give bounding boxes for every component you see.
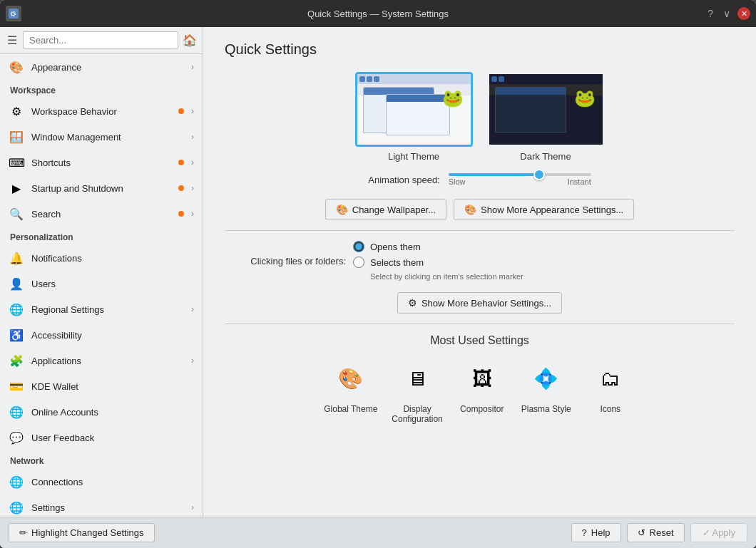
highlight-changed-btn[interactable]: ✏ Highlight Changed Settings bbox=[9, 523, 155, 542]
show-appearance-btn[interactable]: 🎨 Show More Appearance Settings... bbox=[454, 199, 634, 220]
sidebar-item-applications[interactable]: 🧩 Applications › bbox=[0, 348, 203, 373]
opens-them-radio[interactable] bbox=[353, 241, 364, 252]
appearance-label: Appearance bbox=[31, 62, 184, 73]
sidebar-item-appearance[interactable]: 🎨 Appearance › bbox=[0, 54, 203, 80]
most-used-section: Most Used Settings 🎨 Global Theme 🖥 Disp… bbox=[225, 334, 735, 424]
theme-options: 🐸 Light Theme bbox=[355, 72, 605, 162]
dark-theme-preview[interactable]: 🐸 bbox=[487, 72, 605, 147]
most-used-plasma-style[interactable]: 💠 Plasma Style bbox=[521, 358, 571, 424]
display-config-icon: 🖥 bbox=[397, 358, 437, 398]
sidebar-item-accessibility[interactable]: ♿ Accessibility bbox=[0, 322, 203, 348]
most-used-icons[interactable]: 🗂 Icons bbox=[586, 358, 635, 424]
show-behavior-label: Show More Behavior Settings... bbox=[422, 298, 551, 309]
selects-them-radio[interactable] bbox=[353, 257, 364, 268]
sidebar-item-workspace-behavior[interactable]: ⚙ Workspace Behavior › bbox=[0, 98, 203, 124]
sidebar-item-search[interactable]: 🔍 Search › bbox=[0, 201, 203, 227]
most-used-global-theme[interactable]: 🎨 Global Theme bbox=[324, 358, 377, 424]
help-btn[interactable]: ? Help bbox=[571, 523, 621, 542]
main-window: ⚙ Quick Settings — System Settings ? ∨ ✕… bbox=[0, 0, 756, 548]
selects-them-option[interactable]: Selects them bbox=[353, 257, 523, 268]
separator2 bbox=[225, 324, 735, 324]
titlebar: ⚙ Quick Settings — System Settings ? ∨ ✕ bbox=[0, 0, 756, 27]
sidebar-item-online-accounts[interactable]: 🌐 Online Accounts bbox=[0, 399, 203, 425]
reset-btn[interactable]: ↺ Reset bbox=[627, 523, 685, 542]
light-preview-inner: 🐸 bbox=[357, 74, 471, 145]
light-theme-preview[interactable]: 🐸 bbox=[355, 72, 473, 147]
sidebar-item-kdewallet[interactable]: 💳 KDE Wallet bbox=[0, 373, 203, 399]
most-used-display-config[interactable]: 🖥 DisplayConfiguration bbox=[392, 358, 442, 424]
window-management-arrow: › bbox=[191, 132, 194, 142]
help-icon: ? bbox=[582, 527, 587, 538]
sidebar-item-connections[interactable]: 🌐 Connections bbox=[0, 469, 203, 495]
online-accounts-label: Online Accounts bbox=[31, 407, 194, 418]
dp-task-dot2 bbox=[499, 76, 504, 82]
apply-label: Apply bbox=[712, 527, 735, 538]
lp-window2-titlebar bbox=[387, 95, 449, 102]
home-btn[interactable]: 🏠 bbox=[183, 33, 197, 47]
appearance-arrow: › bbox=[191, 62, 194, 72]
workspace-behavior-dot bbox=[178, 108, 184, 114]
sidebar-item-shortcuts[interactable]: ⌨ Shortcuts › bbox=[0, 150, 203, 175]
radio-group: Opens them Selects them Select by clicki… bbox=[353, 241, 523, 281]
help-titlebar-btn[interactable]: ? bbox=[705, 6, 716, 21]
sidebar-item-network-settings[interactable]: 🌐 Settings › bbox=[0, 495, 203, 517]
sidebar-scroll: 🎨 Appearance › Workspace ⚙ Workspace Beh… bbox=[0, 54, 203, 517]
titlebar-controls: ? ∨ ✕ bbox=[705, 6, 750, 21]
search-arrow: › bbox=[191, 209, 194, 219]
most-used-grid: 🎨 Global Theme 🖥 DisplayConfiguration 🖼 … bbox=[225, 358, 735, 424]
opens-them-option[interactable]: Opens them bbox=[353, 241, 523, 252]
dp-frog: 🐸 bbox=[574, 88, 596, 108]
sidebar-item-regional[interactable]: 🌐 Regional Settings › bbox=[0, 296, 203, 322]
dp-window-titlebar bbox=[496, 88, 566, 95]
dp-window bbox=[495, 87, 566, 133]
notifications-label: Notifications bbox=[31, 253, 194, 264]
sidebar-item-user-feedback[interactable]: 💬 User Feedback bbox=[0, 425, 203, 450]
sidebar-item-users[interactable]: 👤 Users bbox=[0, 271, 203, 296]
search-input[interactable] bbox=[23, 31, 178, 49]
svg-text:⚙: ⚙ bbox=[10, 10, 16, 18]
reset-label: Reset bbox=[650, 527, 674, 538]
network-settings-icon: 🌐 bbox=[9, 500, 24, 515]
dark-preview-inner: 🐸 bbox=[489, 74, 603, 145]
regional-label: Regional Settings bbox=[31, 304, 184, 315]
sidebar-item-startup-shutdown[interactable]: ▶ Startup and Shutdown › bbox=[0, 175, 203, 201]
window-management-label: Window Management bbox=[31, 132, 184, 143]
dark-theme-option[interactable]: 🐸 Dark Theme bbox=[487, 72, 605, 162]
regional-arrow: › bbox=[191, 304, 194, 314]
minimize-btn[interactable]: ∨ bbox=[720, 6, 733, 21]
lp-taskbar bbox=[357, 74, 471, 84]
highlight-label: Highlight Changed Settings bbox=[31, 527, 144, 538]
theme-section: 🐸 Light Theme bbox=[225, 72, 735, 220]
users-icon: 👤 bbox=[9, 276, 24, 291]
page-title: Quick Settings bbox=[225, 41, 735, 58]
sidebar-item-window-management[interactable]: 🪟 Window Management › bbox=[0, 124, 203, 150]
hamburger-btn[interactable]: ☰ bbox=[6, 32, 19, 48]
most-used-title: Most Used Settings bbox=[225, 334, 735, 347]
dp-taskbar bbox=[489, 74, 603, 84]
animation-label: Animation speed: bbox=[368, 175, 439, 185]
accessibility-icon: ♿ bbox=[9, 327, 24, 343]
apply-btn[interactable]: ✓ Apply bbox=[690, 523, 747, 542]
bottom-left: ✏ Highlight Changed Settings bbox=[9, 523, 155, 542]
global-theme-icon: 🎨 bbox=[331, 358, 371, 398]
apply-icon: ✓ bbox=[703, 527, 710, 538]
change-wallpaper-btn[interactable]: 🎨 Change Wallpaper... bbox=[325, 199, 446, 220]
search-icon: 🔍 bbox=[9, 206, 24, 222]
sidebar: ☰ 🏠 🎨 Appearance › Workspace ⚙ Workspace… bbox=[0, 27, 203, 517]
most-used-compositor[interactable]: 🖼 Compositor bbox=[457, 358, 507, 424]
lp-window2 bbox=[386, 94, 450, 135]
close-btn[interactable]: ✕ bbox=[737, 7, 750, 20]
show-appearance-label: Show More Appearance Settings... bbox=[481, 205, 623, 215]
shortcuts-arrow: › bbox=[191, 157, 194, 167]
lp-task-dot3 bbox=[374, 76, 379, 82]
lp-task-dot1 bbox=[359, 76, 365, 82]
online-accounts-icon: 🌐 bbox=[9, 404, 24, 420]
show-behavior-btn[interactable]: ⚙ Show More Behavior Settings... bbox=[397, 292, 562, 314]
regional-icon: 🌐 bbox=[9, 301, 24, 317]
animation-slider[interactable] bbox=[449, 173, 591, 176]
network-section-label: Network bbox=[0, 450, 203, 469]
light-theme-option[interactable]: 🐸 Light Theme bbox=[355, 72, 473, 162]
content-area: Quick Settings bbox=[203, 27, 756, 517]
sidebar-item-notifications[interactable]: 🔔 Notifications bbox=[0, 245, 203, 271]
lp-task-dot2 bbox=[367, 76, 372, 82]
